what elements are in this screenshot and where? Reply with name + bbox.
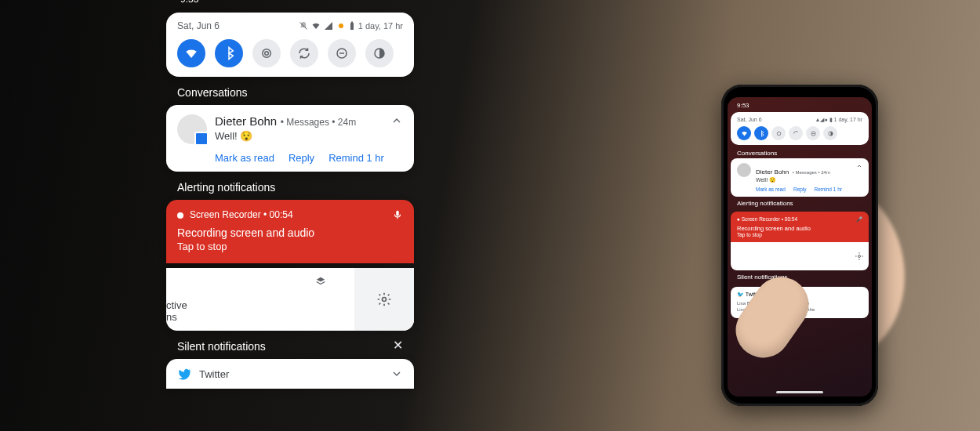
svg-rect-1 [350,23,354,30]
conversations-header: Conversations [166,81,414,100]
record-indicator-icon [177,212,183,219]
svg-point-0 [339,24,343,28]
phone-autorotate-toggle[interactable] [789,126,803,140]
svg-point-12 [858,255,861,258]
phone-status-time: 9:53 [731,100,869,110]
phone-cast-toggle[interactable] [771,126,786,140]
phone-bluetooth-toggle[interactable] [754,126,768,140]
phone-mark-read[interactable]: Mark as read [756,187,786,192]
remind-button[interactable]: Remind 1 hr [328,152,384,164]
reply-button[interactable]: Reply [289,152,314,164]
notification-shade: 9:53 Sat, Jun 6 1 day, 17 hr [166,0,414,389]
phone-conversations-header: Conversations [731,147,869,158]
chevron-down-icon[interactable] [390,368,403,380]
phone-gear-icon [855,252,864,261]
avatar [177,114,207,144]
alerting-header: Alerting notifications [166,176,414,195]
qs-wifi-toggle[interactable] [177,39,205,67]
phone-avatar [737,163,751,177]
phone-alerting-header: Alerting notifications [731,197,869,208]
conversation-sender: Dieter Bohn [215,114,277,128]
phone-dark-toggle[interactable] [823,126,837,140]
screen-recorder-notification[interactable]: Screen Recorder • 00:54 Recording screen… [166,200,414,263]
phone-reply[interactable]: Reply [793,187,807,192]
phone-recorder-notification[interactable]: ● Screen Recorder • 00:54🎤 Recording scr… [731,212,869,242]
phone-silent-header: Silent notifications [731,270,869,282]
qs-cast-toggle[interactable] [252,39,281,67]
conversation-message: Well! 😯 [215,130,383,142]
qs-autorotate-toggle[interactable] [290,39,318,67]
phone-nav-bar[interactable] [776,391,823,393]
phone-collapse-icon[interactable] [856,163,862,169]
twitter-icon [177,367,191,381]
battery-estimate: 1 day, 17 hr [358,21,403,31]
close-icon[interactable]: ✕ [393,338,403,353]
phone-mic-icon[interactable]: 🎤 [856,216,862,223]
mic-icon[interactable] [392,209,403,220]
quick-settings-panel: Sat, Jun 6 1 day, 17 hr [166,13,414,77]
qs-dnd-toggle[interactable] [328,39,356,67]
mark-as-read-button[interactable]: Mark as read [215,152,274,164]
svg-rect-7 [396,211,399,216]
physical-phone: 9:53 Sat, Jun 6 ▲◢● ▮ 1 day, 17 hr Conve… [721,85,878,406]
qs-date: Sat, Jun 6 [177,20,220,31]
phone-dnd-toggle[interactable] [806,126,820,140]
layers-icon [315,276,326,287]
gear-icon [376,292,392,307]
twitter-app-label: Twitter [199,368,229,380]
recorder-title: Recording screen and audio [177,226,403,239]
phone-remind[interactable]: Remind 1 hr [815,187,842,192]
signal-icon [324,21,333,31]
status-bar-time: 9:53 [166,0,414,8]
notification-settings-button[interactable] [354,268,414,331]
qs-darkmode-toggle[interactable] [365,39,394,67]
partial-notification[interactable]: ctive ns [166,268,414,331]
svg-point-8 [383,298,387,302]
battery-icon [349,21,355,31]
record-dot-icon [336,21,346,31]
svg-rect-2 [351,22,353,24]
silent-header: Silent notifications [177,335,277,354]
phone-quick-settings: Sat, Jun 6 ▲◢● ▮ 1 day, 17 hr [731,112,869,145]
phone-wifi-toggle[interactable] [737,126,751,140]
svg-point-9 [777,132,781,136]
conversation-notification[interactable]: Dieter Bohn • Messages • 24m Well! 😯 Mar… [166,105,414,172]
collapse-icon[interactable] [390,114,403,144]
twitter-notification[interactable]: Twitter [166,359,414,389]
recorder-subtitle: Tap to stop [177,241,403,252]
svg-point-4 [263,49,271,58]
svg-point-3 [265,52,269,56]
phone-conversation-notification[interactable]: Dieter Bohn • Messages • 24m Well! 😯 Mar… [731,158,869,197]
wifi-icon [311,21,321,31]
qs-bluetooth-toggle[interactable] [215,39,243,67]
phone-partial-notification[interactable] [731,242,869,270]
mute-icon [299,21,308,31]
